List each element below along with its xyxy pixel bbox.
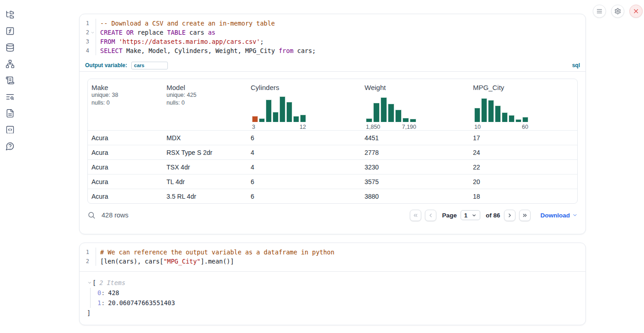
histogram-bars — [474, 96, 528, 122]
column-histogram: 1060 — [474, 96, 528, 130]
entry-value: 428 — [108, 289, 119, 296]
help-icon[interactable] — [5, 142, 15, 151]
tree-entry: 0:428 — [97, 288, 578, 298]
histogram-bar — [252, 116, 258, 122]
table-cell: 3.5 RL 4dr — [163, 193, 247, 200]
column-name: MPG_City — [473, 84, 574, 91]
last-page-button[interactable] — [519, 210, 531, 221]
fold-gutter — [89, 248, 96, 257]
line-number: 3 — [80, 37, 89, 46]
histogram-bar — [402, 118, 409, 122]
code-text: FROM 'https://datasets.marimo.app/cars.c… — [96, 37, 264, 46]
column-header-model[interactable]: Modelunique: 425nulls: 0 — [163, 79, 247, 130]
python-cell: 1# We can reference the output variable … — [79, 243, 586, 325]
search-button[interactable] — [87, 211, 96, 219]
histogram-bar — [381, 97, 387, 122]
logs-icon[interactable] — [5, 76, 15, 85]
table-row: AcuraTL 4dr6357520 — [88, 174, 577, 189]
table-cell: 22 — [469, 164, 577, 171]
sql-code-editor[interactable]: 1-- Download a CSV and create an in-memo… — [80, 14, 585, 59]
notebook-actions — [593, 5, 643, 18]
histogram-bar — [366, 118, 372, 122]
code-line: 2[len(cars), cars["MPG_City"].mean()] — [80, 257, 585, 266]
token: cars — [186, 29, 208, 36]
column-stat: nulls: 0 — [91, 99, 159, 107]
histogram-bars — [366, 96, 416, 122]
next-page-button[interactable] — [504, 210, 515, 221]
token: -- Download a CSV and create an in-memor… — [100, 20, 275, 27]
table-cell: Acura — [88, 134, 163, 142]
table-cell: MDX — [163, 134, 247, 142]
file-explorer-icon[interactable] — [5, 10, 15, 19]
close-bracket: ] — [87, 308, 578, 318]
functions-icon[interactable] — [5, 26, 15, 36]
token: replace — [134, 29, 167, 36]
entry-key: 1 — [97, 299, 101, 307]
open-bracket: [ — [92, 279, 96, 286]
download-button[interactable]: Download — [541, 212, 578, 219]
collapse-chevron-icon[interactable] — [87, 280, 92, 286]
table-body: AcuraMDX6445117AcuraRSX Type S 2dr427782… — [88, 130, 577, 203]
table-cell: 6 — [247, 193, 361, 200]
entry-key: 0 — [97, 289, 101, 296]
column-header-mpg_city[interactable]: MPG_City1060 — [469, 79, 577, 130]
snippets-icon[interactable] — [5, 125, 15, 134]
code-line: 1-- Download a CSV and create an in-memo… — [80, 19, 585, 28]
menu-button[interactable] — [593, 5, 606, 18]
histogram-max-label: 60 — [522, 124, 528, 130]
table-footer: 428 rows Page 1 of 86 Download — [87, 208, 578, 222]
column-header-make[interactable]: Makeunique: 38nulls: 0 — [88, 79, 163, 130]
histogram-bar — [373, 103, 380, 122]
language-badge: sql — [572, 62, 580, 69]
close-icon — [633, 8, 639, 15]
table-cell: Acura — [88, 164, 163, 171]
output-variable-label: Output variable: — [85, 62, 127, 69]
outline-search-icon[interactable] — [5, 92, 15, 101]
settings-button[interactable] — [611, 5, 624, 18]
fold-gutter — [89, 37, 96, 46]
output-variable-bar: Output variable: sql — [80, 59, 585, 72]
fold-chevron-icon[interactable] — [89, 28, 96, 37]
entry-colon: : — [101, 299, 105, 307]
menu-icon — [596, 8, 603, 15]
token: cars; — [294, 47, 316, 54]
column-stat: nulls: 0 — [166, 99, 243, 107]
row-count: 428 rows — [102, 211, 129, 219]
histogram-range: 312 — [252, 124, 306, 130]
python-code-editor[interactable]: 1# We can reference the output variable … — [80, 243, 585, 272]
prev-page-button[interactable] — [425, 210, 436, 221]
table-row: AcuraTSX 4dr4323022 — [88, 159, 577, 174]
code-text: # We can reference the output variable a… — [96, 248, 334, 257]
histogram-bar — [509, 115, 515, 122]
page-select[interactable]: 1 — [461, 210, 480, 220]
code-text: CREATE OR replace TABLE cars as — [96, 28, 215, 37]
column-name: Make — [91, 84, 159, 91]
token: SELECT — [100, 47, 123, 54]
chevron-down-icon — [572, 212, 578, 218]
histogram-bar — [286, 102, 292, 122]
chevron-right-icon — [507, 212, 513, 218]
token: ].mean()] — [200, 258, 234, 265]
documentation-icon[interactable] — [5, 109, 15, 118]
datasources-icon[interactable] — [5, 43, 15, 52]
first-page-button[interactable] — [410, 210, 421, 221]
token: # We can reference the output variable a… — [100, 248, 334, 256]
column-name: Model — [166, 84, 243, 91]
tree-root: [ 2 Items — [87, 278, 578, 288]
output-variable-input[interactable] — [131, 62, 168, 69]
column-header-cylinders[interactable]: Cylinders312 — [247, 79, 361, 130]
token: FROM — [100, 38, 115, 45]
token: from — [279, 47, 294, 54]
table-row: Acura3.5 RL 4dr6388018 — [88, 189, 577, 203]
line-number: 2 — [80, 28, 89, 37]
page-total-label: of 86 — [486, 212, 500, 219]
column-header-weight[interactable]: Weight1,8507,190 — [361, 79, 469, 130]
fold-gutter — [89, 19, 96, 28]
table-cell: 3880 — [361, 193, 469, 200]
column-name: Cylinders — [251, 84, 357, 91]
dependency-graph-icon[interactable] — [5, 59, 15, 69]
table-cell: TSX 4dr — [163, 164, 247, 171]
python-output: [ 2 Items 0:4281:20.060747663551403 ] — [80, 272, 585, 318]
histogram-bar — [259, 118, 265, 122]
shutdown-button[interactable] — [629, 5, 643, 18]
